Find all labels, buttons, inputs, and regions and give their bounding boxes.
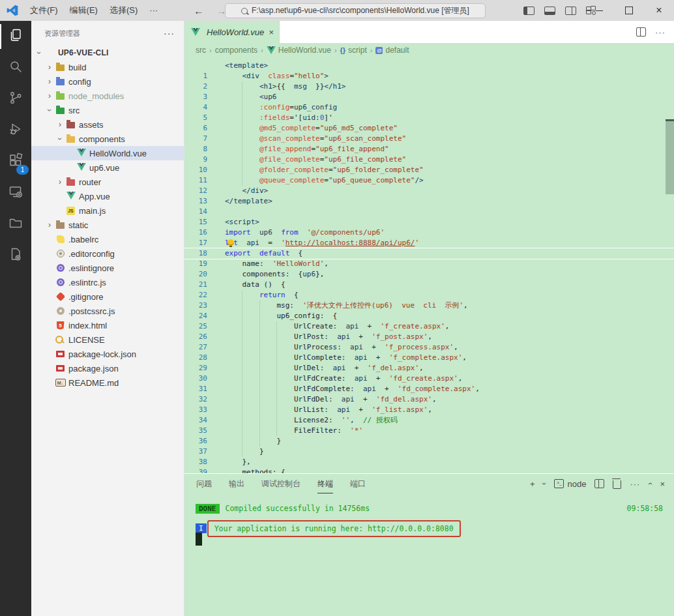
code-token: ='[ (289, 113, 302, 122)
code-token: "up6_md5_complete" (320, 124, 398, 132)
toggle-sidebar-icon[interactable] (523, 7, 535, 15)
more-editor-actions-icon[interactable]: ··· (655, 27, 666, 37)
tree-item-index-html[interactable]: 5index.html (31, 318, 184, 332)
breadcrumb-item[interactable]: HelloWorld.vue (278, 46, 331, 55)
panel-tab-问题[interactable]: 问题 (196, 475, 212, 493)
menu-item-3[interactable]: ··· (143, 3, 164, 18)
close-panel-icon[interactable]: × (660, 479, 665, 489)
tree-item-components[interactable]: ›components (31, 132, 184, 146)
close-window-button[interactable]: × (644, 0, 674, 21)
activity-search[interactable] (0, 52, 31, 83)
split-editor-icon[interactable] (636, 27, 646, 37)
kill-terminal-icon[interactable] (613, 480, 621, 489)
code-line-9: 9 @file_append="up6_file_append" (184, 144, 674, 154)
tree-item-src[interactable]: ›src (31, 103, 184, 117)
panel-tab-终端[interactable]: 终端 (317, 475, 333, 493)
tree-item-build[interactable]: ›build (31, 60, 184, 74)
activity-project-settings[interactable] (0, 240, 31, 271)
tree-item-router[interactable]: ›router (31, 175, 184, 189)
maximize-panel-icon[interactable]: › (645, 482, 654, 485)
tree-item-label: .postcssrc.js (68, 306, 115, 316)
new-terminal-icon[interactable]: + (530, 479, 535, 489)
code-token: export (225, 249, 251, 257)
tree-item-config[interactable]: ›config (31, 74, 184, 89)
toggle-panel-icon[interactable] (544, 7, 555, 15)
breadcrumb-item[interactable]: default (385, 46, 409, 55)
tree-item-helloworld-vue[interactable]: HelloWorld.vue (31, 146, 184, 160)
command-center-search[interactable]: F:\asp.net\up6-vue-cli\src\components\He… (225, 3, 486, 18)
activity-remote-explorer[interactable] (0, 177, 31, 209)
minimize-button[interactable] (584, 0, 614, 21)
code-token: : { (272, 468, 286, 473)
lightbulb-icon[interactable] (227, 239, 234, 246)
chevron-right-icon: › (44, 221, 55, 229)
code-token: msg (276, 301, 289, 310)
maximize-button[interactable] (614, 0, 644, 21)
code-token (225, 113, 259, 122)
editor-scrollbar[interactable] (666, 121, 674, 194)
panel-more-actions-icon[interactable]: ··· (630, 479, 640, 489)
title-bar: 文件(F)编辑(E)选择(S)··· ← → F:\asp.net\up6-vu… (0, 0, 674, 21)
breadcrumb-item[interactable]: src (196, 46, 206, 55)
tree-item-license[interactable]: LICENSE (31, 332, 184, 347)
code-token: : (324, 332, 337, 341)
tree-item-package-lock-json[interactable]: package-lock.json (31, 347, 184, 361)
activity-explorer[interactable] (0, 21, 31, 52)
code-token: } (225, 437, 281, 445)
terminal[interactable]: DONE Compiled successfully in 14756ms 09… (184, 493, 674, 537)
code-token (225, 332, 294, 341)
tree-item-label: .editorconfig (68, 249, 115, 259)
breadcrumb-item[interactable]: components (215, 46, 257, 55)
split-terminal-icon[interactable] (594, 479, 604, 488)
code-editor[interactable]: 1<template> 2 <div class="hello"> 3 <h1>… (184, 57, 674, 473)
menu-item-0[interactable]: 文件(F) (24, 3, 64, 18)
tree-item-label: node_modules (68, 91, 124, 101)
tree-item--eslintignore[interactable]: .eslintignore (31, 261, 184, 275)
panel-tab-输出[interactable]: 输出 (229, 475, 244, 493)
panel-tab-端口[interactable]: 端口 (350, 475, 366, 493)
code-token: return (259, 291, 286, 299)
tree-item--eslintrc-js[interactable]: .eslintrc.js (31, 275, 184, 289)
activity-source-control[interactable] (0, 83, 31, 115)
breadcrumb-separator-icon: › (261, 46, 263, 54)
terminal-dropdown-icon[interactable]: › (540, 482, 549, 485)
activity-folder-view[interactable] (0, 209, 31, 240)
terminal-instance[interactable]: >_ node (554, 479, 586, 489)
tree-item--babelrc[interactable]: .babelrc (31, 232, 184, 246)
tree-item-node-modules[interactable]: ›node_modules (31, 89, 184, 103)
tree-item--gitignore[interactable]: .gitignore (31, 289, 184, 304)
tree-item-package-json[interactable]: package.json (31, 361, 184, 375)
panel-tab-调试控制台[interactable]: 调试控制台 (261, 475, 300, 493)
menu-item-1[interactable]: 编辑(E) (64, 3, 104, 18)
code-token: '泽优大文件上传控件(up6) vue cli 示例' (302, 301, 463, 310)
breadcrumb-item[interactable]: script (348, 46, 367, 55)
tree-item-main-js[interactable]: JSmain.js (31, 203, 184, 218)
tree-item-up6-vue[interactable]: up6.vue (31, 160, 184, 175)
folder-icon (56, 93, 65, 100)
code-token: ' (281, 239, 286, 247)
tab-helloworld-vue[interactable]: HelloWorld.vue × (184, 21, 280, 43)
code-token: + (345, 364, 367, 372)
toggle-secondary-sidebar-icon[interactable] (565, 7, 576, 15)
code-token: api (355, 353, 368, 362)
tree-item-app-vue[interactable]: App.vue (31, 189, 184, 203)
back-arrow-icon[interactable]: ← (194, 5, 203, 16)
tree-item-readme-md[interactable]: M↓README.md (31, 375, 184, 390)
extensions-badge: 1 (16, 165, 29, 175)
eslint-icon (57, 264, 65, 272)
tree-item-static[interactable]: ›static (31, 218, 184, 232)
more-actions-icon[interactable]: ··· (164, 28, 175, 38)
tree-item-up6-vue-cli[interactable]: ›UP6-VUE-CLI (31, 46, 184, 60)
activity-run-debug[interactable] (0, 115, 31, 146)
activity-extensions[interactable]: 1 (0, 146, 31, 177)
code-token: + (363, 343, 385, 351)
code-token (225, 405, 294, 414)
code-token: :fields (259, 113, 289, 122)
menu-item-2[interactable]: 选择(S) (104, 3, 143, 18)
close-tab-icon[interactable]: × (269, 27, 274, 37)
tree-item-assets[interactable]: ›assets (31, 117, 184, 132)
tab-label: HelloWorld.vue (207, 27, 264, 37)
tree-item--postcssrc-js[interactable]: .postcssrc.js (31, 304, 184, 318)
tree-item-label: UP6-VUE-CLI (58, 48, 109, 57)
tree-item--editorconfig[interactable]: .editorconfig (31, 246, 184, 261)
